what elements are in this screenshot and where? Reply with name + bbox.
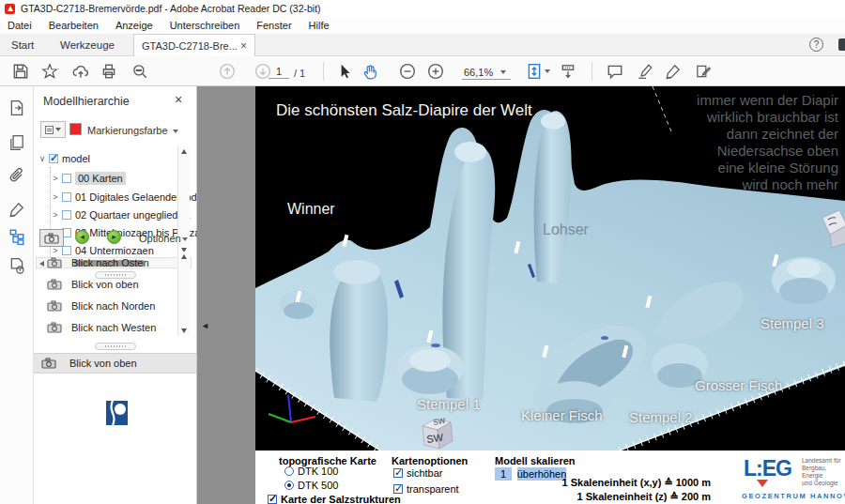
view-item[interactable]: Blick nach Osten — [47, 253, 149, 272]
radio-selected-icon[interactable] — [284, 481, 294, 490]
scene-note-line: wirklich brauchbar ist — [697, 109, 838, 126]
marker-color-label[interactable]: Markierungsfarbe — [87, 125, 168, 136]
save-icon[interactable] — [12, 63, 29, 80]
views-options-button[interactable]: Optionen — [139, 233, 181, 244]
checkbox-salzstrukturen[interactable]: Karte der Salzstrukturen — [268, 494, 401, 504]
chevron-expanded-icon[interactable]: ∨ — [38, 154, 47, 163]
view-label: Blick nach Osten — [71, 257, 149, 268]
print-icon[interactable] — [100, 63, 117, 80]
tree-label-selected[interactable]: 00 Karten — [75, 172, 126, 185]
checkbox-checked-icon[interactable] — [268, 495, 277, 504]
zoom-level-value: 66,1% — [464, 67, 493, 78]
tree-row[interactable]: > 00 Karten — [51, 170, 126, 187]
checkbox-checked-icon[interactable] — [393, 468, 403, 478]
checkbox-checked-icon[interactable] — [49, 154, 58, 163]
previous-page-icon[interactable] — [219, 63, 236, 80]
scroll-mode-icon[interactable] — [560, 63, 576, 80]
fill-sign-icon[interactable] — [665, 63, 682, 80]
chevron-collapsed-icon[interactable]: > — [51, 210, 60, 220]
panel-collapse-arrow-icon[interactable]: ◄ — [201, 321, 209, 330]
select-tool-icon[interactable] — [336, 63, 353, 80]
page-thumbnails-icon[interactable] — [8, 134, 25, 151]
export-pdf-icon[interactable] — [8, 99, 25, 116]
chevron-down-icon[interactable] — [173, 130, 178, 133]
panel-splitter-handle[interactable] — [95, 343, 136, 350]
checkbox-sichtbar[interactable]: sichtbar — [393, 467, 443, 479]
zoom-out-icon[interactable] — [399, 63, 416, 80]
marker-color-swatch[interactable] — [69, 123, 82, 135]
radio-dtk500[interactable]: DTK 500 — [284, 480, 338, 491]
zoom-level-select[interactable]: 66,1% — [462, 65, 511, 80]
scroll-up-icon[interactable] — [181, 254, 187, 259]
diapir-label-grosser-fisch: Grosser Fisch — [695, 377, 782, 393]
radio-icon[interactable] — [284, 466, 294, 476]
tree-options-button[interactable] — [40, 121, 66, 138]
model-tree-icon[interactable] — [8, 228, 25, 245]
notification-icon[interactable] — [838, 38, 845, 51]
highlighter-icon[interactable] — [637, 63, 653, 80]
panel-title: Modellhierarchie — [43, 95, 130, 108]
search-icon[interactable] — [131, 63, 148, 80]
next-view-button[interactable]: ▸ — [107, 230, 121, 244]
menu-anzeige[interactable]: Anzeige — [115, 20, 153, 31]
scale-line-xy: 1 Skaleneinheit (x,y) ≙ 1000 m — [562, 477, 711, 489]
signatures-icon[interactable] — [8, 201, 25, 218]
tab-start[interactable]: Start — [11, 34, 34, 56]
cloud-upload-icon[interactable] — [72, 63, 89, 80]
help-icon[interactable]: ? — [809, 38, 823, 52]
page-info-icon[interactable] — [8, 257, 25, 274]
stamp-tools-icon[interactable] — [695, 63, 712, 80]
scale-value-field[interactable]: 1 — [495, 467, 512, 481]
3d-canvas[interactable]: SW SW Die schönsten Salz-Diapire der Wel… — [255, 86, 845, 451]
lbeg-triangle-icon — [757, 480, 768, 487]
acrobat-window: GTA3D-C2718-Bremervörde.pdf - Adobe Acro… — [0, 0, 845, 504]
chevron-collapsed-icon[interactable]: > — [51, 174, 60, 183]
tree-row[interactable]: > 02 Quartaer ungegliedert — [51, 206, 190, 223]
tree-row-root[interactable]: ∨ model — [38, 150, 90, 167]
fit-page-icon[interactable] — [526, 63, 543, 80]
ueberhoehen-button[interactable]: überhöhen — [517, 467, 566, 481]
previous-view-button[interactable]: ◂ — [75, 230, 89, 244]
chevron-down-icon[interactable] — [182, 237, 188, 241]
checkbox-checked-icon[interactable] — [393, 484, 403, 494]
checkbox-icon[interactable] — [62, 174, 71, 183]
scroll-down-icon[interactable] — [181, 328, 187, 333]
page-number-input[interactable] — [269, 65, 289, 79]
chevron-collapsed-icon[interactable]: > — [51, 192, 60, 202]
checkbox-transparent[interactable]: transparent — [393, 483, 459, 495]
chevron-down-icon[interactable] — [545, 69, 550, 73]
camera-icon — [41, 358, 56, 369]
view-item[interactable]: Blick nach Westen — [47, 318, 156, 337]
views-vertical-scrollbar[interactable] — [177, 252, 190, 336]
radio-label: DTK 100 — [298, 466, 338, 477]
menu-bearbeiten[interactable]: Bearbeiten — [49, 20, 99, 31]
tree-label[interactable]: model — [62, 153, 90, 164]
star-icon[interactable] — [41, 63, 58, 80]
view-item[interactable]: Blick nach Norden — [47, 297, 155, 315]
comment-icon[interactable] — [607, 63, 623, 80]
list-icon — [45, 126, 54, 134]
checkbox-icon[interactable] — [62, 210, 71, 220]
tab-document[interactable]: GTA3D-C2718-Bre... × — [133, 34, 255, 56]
tab-werkzeuge[interactable]: Werkzeuge — [60, 34, 115, 56]
tree-label[interactable]: 02 Quartaer ungegliedert — [75, 209, 190, 221]
zoom-in-icon[interactable] — [427, 63, 444, 80]
menu-fenster[interactable]: Fenster — [256, 20, 291, 31]
checkbox-icon[interactable] — [62, 192, 71, 202]
menu-datei[interactable]: Datei — [8, 20, 32, 31]
attachments-icon[interactable] — [8, 167, 25, 184]
hand-tool-icon[interactable] — [361, 63, 378, 80]
active-view-row[interactable]: Blick von oben — [34, 353, 196, 374]
scroll-up-icon[interactable] — [181, 149, 187, 154]
panel-close-icon[interactable]: × — [175, 92, 182, 107]
camera-icon — [47, 322, 62, 333]
pdf-form-bar: topografische Karte DTK 100 DTK 500 Kart… — [255, 451, 845, 504]
menu-unterschreiben[interactable]: Unterschreiben — [170, 20, 240, 31]
views-camera-button[interactable] — [39, 229, 64, 247]
tab-close-icon[interactable]: × — [240, 41, 247, 51]
chevron-down-icon — [55, 128, 61, 131]
scale-line-z: 1 Skaleneinheit (z) ≙ 200 m — [577, 491, 712, 503]
radio-dtk100[interactable]: DTK 100 — [284, 466, 338, 477]
menu-hilfe[interactable]: Hilfe — [309, 20, 330, 31]
view-item[interactable]: Blick von oben — [47, 275, 139, 294]
